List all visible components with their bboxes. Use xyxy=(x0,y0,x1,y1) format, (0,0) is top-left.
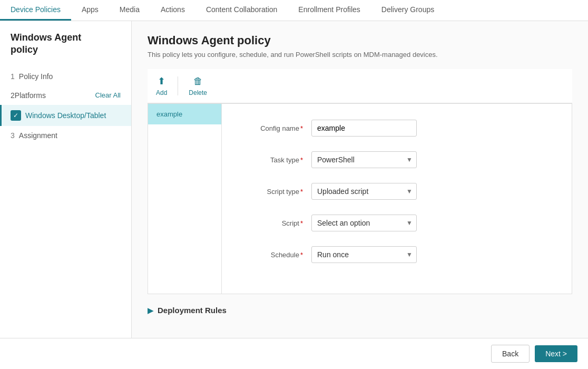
script-label: Script* xyxy=(243,219,311,227)
bottom-bar: Back Next > xyxy=(0,338,588,369)
task-type-select-wrapper: PowerShell ▼ xyxy=(311,151,417,168)
script-type-select-wrapper: Uploaded script Inline script ▼ xyxy=(311,183,417,200)
sidebar-step-assignment[interactable]: 3 Assignment xyxy=(0,126,131,145)
page-title: Windows Agent policy xyxy=(148,34,572,47)
step-num-1: 1 xyxy=(11,72,15,81)
page-description: This policy lets you configure, schedule… xyxy=(148,51,572,59)
form-row-script: Script* Select an option ▼ xyxy=(243,215,551,231)
nav-tab-media[interactable]: Media xyxy=(109,0,150,21)
script-select[interactable]: Select an option xyxy=(311,215,417,231)
clear-all-button[interactable]: Clear All xyxy=(95,91,121,99)
step-num-3: 3 xyxy=(11,131,15,140)
task-type-label: Task type* xyxy=(243,156,311,164)
nav-tab-actions[interactable]: Actions xyxy=(150,0,195,21)
form-row-schedule: Schedule* Run once Run every day Run eve… xyxy=(243,246,551,263)
add-button[interactable]: ⬆ Add xyxy=(148,73,175,99)
delete-button[interactable]: 🗑 Delete xyxy=(180,74,215,99)
sidebar-title: Windows Agentpolicy xyxy=(0,32,131,67)
back-button[interactable]: Back xyxy=(491,345,530,363)
script-type-select[interactable]: Uploaded script Inline script xyxy=(311,183,417,200)
add-label: Add xyxy=(156,89,167,96)
config-name-label: Config name* xyxy=(243,124,311,132)
script-select-wrapper: Select an option ▼ xyxy=(311,215,417,231)
step-num-2: 2 xyxy=(11,91,15,100)
schedule-label: Schedule* xyxy=(243,251,311,259)
schedule-select[interactable]: Run once Run every day Run every week xyxy=(311,246,417,263)
toolbar: ⬆ Add 🗑 Delete xyxy=(148,69,572,103)
toolbar-divider xyxy=(178,76,178,95)
config-name-input[interactable] xyxy=(311,120,417,137)
delete-icon: 🗑 xyxy=(193,76,203,87)
active-platform-label: Windows Desktop/Tablet xyxy=(25,111,106,120)
content-area: Windows Agent policy This policy lets yo… xyxy=(132,21,588,338)
script-type-label: Script type* xyxy=(243,188,311,196)
top-nav: Device Policies Apps Media Actions Conte… xyxy=(0,0,588,21)
split-panel: example Config name* Task type* xyxy=(148,103,572,294)
sidebar-step-windows-desktop[interactable]: ✓ Windows Desktop/Tablet xyxy=(0,105,131,126)
sidebar-step-platforms-row: 2 Platforms Clear All xyxy=(0,86,131,105)
deployment-rules-chevron-icon: ▶ xyxy=(148,306,153,315)
left-panel: example xyxy=(148,104,222,294)
step-label-platforms-container: 2 Platforms xyxy=(11,91,46,100)
step-label-assignment: Assignment xyxy=(19,131,57,140)
delete-label: Delete xyxy=(189,89,207,96)
step-label-policy-info: Policy Info xyxy=(19,72,53,81)
list-item-example[interactable]: example xyxy=(148,104,221,124)
right-panel: Config name* Task type* PowerShell ▼ xyxy=(222,104,572,294)
task-type-select[interactable]: PowerShell xyxy=(311,151,417,168)
nav-tab-device-policies[interactable]: Device Policies xyxy=(0,0,71,21)
nav-tab-delivery-groups[interactable]: Delivery Groups xyxy=(371,0,445,21)
next-button[interactable]: Next > xyxy=(535,345,577,362)
add-icon: ⬆ xyxy=(158,75,165,87)
nav-tab-content-collaboration[interactable]: Content Collaboration xyxy=(195,0,288,21)
nav-tab-apps[interactable]: Apps xyxy=(71,0,109,21)
nav-tab-enrollment-profiles[interactable]: Enrollment Profiles xyxy=(288,0,371,21)
step-label-platforms: Platforms xyxy=(15,91,46,100)
sidebar-step-policy-info[interactable]: 1 Policy Info xyxy=(0,67,131,86)
form-row-task-type: Task type* PowerShell ▼ xyxy=(243,151,551,168)
form-row-config-name: Config name* xyxy=(243,120,551,137)
deployment-rules-label: Deployment Rules xyxy=(158,306,227,315)
sidebar: Windows Agentpolicy 1 Policy Info 2 Plat… xyxy=(0,21,132,338)
schedule-select-wrapper: Run once Run every day Run every week ▼ xyxy=(311,246,417,263)
deployment-rules-section[interactable]: ▶ Deployment Rules xyxy=(148,299,572,321)
main-layout: Windows Agentpolicy 1 Policy Info 2 Plat… xyxy=(0,21,588,338)
platform-check-icon: ✓ xyxy=(11,110,21,121)
form-row-script-type: Script type* Uploaded script Inline scri… xyxy=(243,183,551,200)
